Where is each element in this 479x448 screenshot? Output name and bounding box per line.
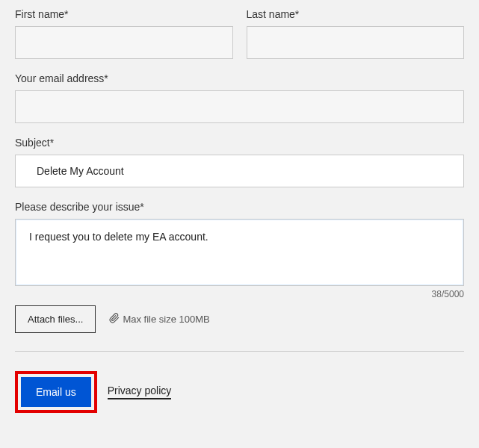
file-size-hint: Max file size 100MB: [123, 314, 209, 325]
attach-files-button[interactable]: Attach files...: [15, 305, 96, 333]
description-textarea[interactable]: [15, 219, 464, 286]
subject-label: Subject*: [15, 137, 464, 149]
paperclip-icon: [109, 313, 120, 326]
description-label: Please describe your issue*: [15, 201, 464, 213]
submit-highlight-box: Email us: [15, 371, 97, 413]
email-us-button[interactable]: Email us: [21, 377, 91, 407]
last-name-label: Last name*: [247, 8, 465, 20]
last-name-input[interactable]: [247, 26, 465, 59]
first-name-label: First name*: [15, 8, 233, 20]
email-input[interactable]: [15, 90, 464, 123]
first-name-input[interactable]: [15, 26, 233, 59]
divider: [15, 351, 464, 352]
email-label: Your email address*: [15, 72, 464, 84]
subject-value: Delete My Account: [37, 165, 124, 177]
char-counter: 38/5000: [15, 289, 464, 299]
privacy-policy-link[interactable]: Privacy policy: [108, 385, 172, 399]
subject-select[interactable]: Delete My Account: [15, 155, 464, 187]
